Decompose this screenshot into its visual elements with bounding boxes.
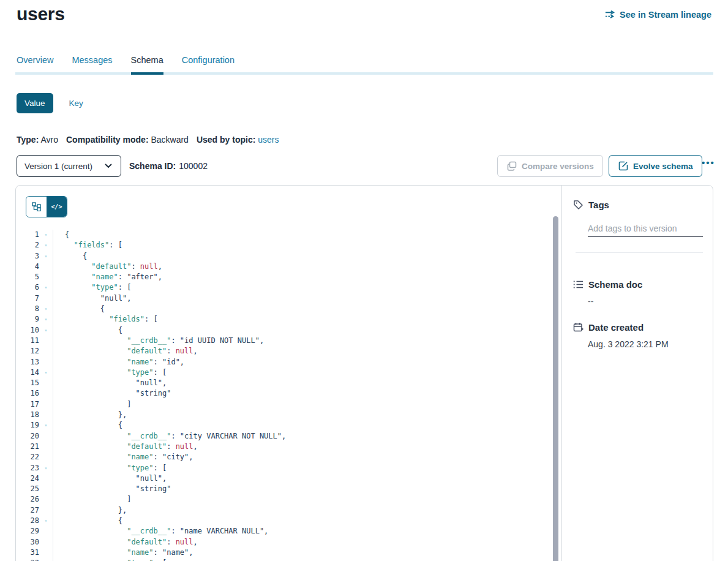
- code-line: 4 "default": null,: [16, 262, 561, 272]
- code-line: 3▾ {: [16, 251, 561, 262]
- tags-section: Tags: [562, 186, 713, 253]
- stream-lineage-link[interactable]: See in Stream lineage: [605, 9, 711, 20]
- type-value: Avro: [40, 135, 58, 145]
- line-number: 27: [16, 505, 39, 516]
- line-number: 29: [16, 526, 39, 537]
- code-line: 19▾ {: [16, 420, 561, 431]
- fold-caret-empty: [39, 262, 53, 272]
- fold-caret-empty: [39, 494, 53, 505]
- schema-card: </> 1▾{2▾ "fields": [3▾ {4 "default": nu…: [15, 185, 713, 561]
- code-text: "fields": [: [53, 314, 158, 325]
- line-number: 19: [16, 420, 39, 431]
- schema-doc-section: Schema doc --: [562, 253, 713, 306]
- tab-schema[interactable]: Schema: [131, 55, 163, 73]
- meta-topic: Used by topic: users: [197, 135, 279, 145]
- fold-caret-icon[interactable]: ▾: [39, 282, 53, 293]
- page-title: users: [17, 4, 65, 24]
- code-line: 25 "string": [16, 484, 561, 494]
- line-number: 17: [16, 399, 39, 410]
- fold-caret-icon[interactable]: ▾: [39, 516, 53, 526]
- fold-caret-icon[interactable]: ▾: [39, 558, 53, 561]
- fold-caret-icon[interactable]: ▾: [39, 463, 53, 473]
- fold-caret-icon[interactable]: ▾: [39, 251, 53, 262]
- schema-doc-value: --: [562, 296, 713, 306]
- tab-label: Messages: [72, 55, 112, 65]
- value-tab-button[interactable]: Value: [17, 93, 53, 113]
- code-text: ]: [53, 494, 131, 505]
- code-line: 30 "default": null,: [16, 537, 561, 548]
- more-options-button[interactable]: •••: [702, 157, 715, 168]
- tag-icon: [573, 200, 584, 210]
- code-text: "type": [: [53, 367, 167, 378]
- code-text: {: [53, 420, 122, 431]
- tree-view-button[interactable]: [26, 197, 47, 217]
- code-text: {: [53, 325, 122, 336]
- schema-id-label: Schema ID:: [129, 161, 176, 171]
- fold-caret-empty: [39, 293, 53, 304]
- code-line: 17 ]: [16, 399, 561, 410]
- compatibility-label: Compatibility mode:: [66, 135, 149, 145]
- code-line: 10▾ {: [16, 325, 561, 336]
- code-text: "type": [: [53, 558, 167, 561]
- version-select[interactable]: Version 1 (current): [17, 155, 121, 177]
- code-line: 18 },: [16, 410, 561, 420]
- fold-caret-icon[interactable]: ▾: [39, 367, 53, 378]
- key-tab-button[interactable]: Key: [69, 99, 83, 108]
- code-line: 12 "default": null,: [16, 346, 561, 356]
- line-number: 12: [16, 346, 39, 356]
- code-lines: 1▾{2▾ "fields": [3▾ {4 "default": null,5…: [16, 230, 561, 561]
- line-number: 16: [16, 388, 39, 399]
- versions-icon: [506, 161, 517, 171]
- code-line: 1▾{: [16, 230, 561, 240]
- schema-doc-title: Schema doc: [588, 279, 642, 290]
- code-line: 5 "name": "after",: [16, 272, 561, 282]
- code-text: "type": [: [53, 282, 131, 293]
- code-line: 8▾ {: [16, 304, 561, 314]
- fold-caret-empty: [39, 272, 53, 282]
- schema-meta-row: Type: Avro Compatibility mode: Backward …: [17, 135, 279, 145]
- code-view-button[interactable]: </>: [47, 197, 67, 217]
- line-number: 6: [16, 282, 39, 293]
- evolve-schema-label: Evolve schema: [633, 162, 693, 171]
- code-text: "default": null,: [53, 262, 162, 272]
- fold-caret-icon[interactable]: ▾: [39, 420, 53, 431]
- date-created-section: Date created Aug. 3 2022 3:21 PM: [562, 306, 713, 349]
- code-line: 14▾ "type": [: [16, 367, 561, 378]
- tags-input[interactable]: [588, 222, 703, 237]
- code-text: ]: [53, 399, 131, 410]
- date-created-value: Aug. 3 2022 3:21 PM: [562, 339, 713, 349]
- fold-caret-icon[interactable]: ▾: [39, 325, 53, 336]
- code-text: "null",: [53, 473, 167, 484]
- code-line: 20 "__crdb__": "city VARCHAR NOT NULL",: [16, 431, 561, 442]
- code-text: "type": [: [53, 463, 167, 473]
- line-number: 23: [16, 463, 39, 473]
- chevron-down-icon: [103, 161, 113, 171]
- evolve-schema-button[interactable]: Evolve schema: [609, 155, 702, 177]
- editor-scrollbar[interactable]: [553, 216, 558, 561]
- tab-messages[interactable]: Messages: [72, 55, 112, 73]
- fold-caret-empty: [39, 548, 53, 558]
- code-text: "name": "name",: [53, 548, 193, 558]
- code-text: },: [53, 410, 127, 420]
- topic-link[interactable]: users: [258, 135, 279, 145]
- code-text: {: [53, 230, 69, 240]
- fold-caret-icon[interactable]: ▾: [39, 304, 53, 314]
- code-text: "default": null,: [53, 442, 198, 452]
- fold-caret-icon[interactable]: ▾: [39, 240, 53, 250]
- code-text: "default": null,: [53, 346, 198, 356]
- line-number: 14: [16, 367, 39, 378]
- fold-caret-icon[interactable]: ▾: [39, 230, 53, 240]
- tab-configuration[interactable]: Configuration: [182, 55, 235, 73]
- tab-overview[interactable]: Overview: [17, 55, 53, 73]
- compare-versions-button[interactable]: Compare versions: [497, 155, 603, 177]
- code-line: 22 "name": "city",: [16, 452, 561, 462]
- code-line: 13 "name": "id",: [16, 357, 561, 367]
- code-text: "__crdb__": "city VARCHAR NOT NULL",: [53, 431, 286, 442]
- meta-compatibility: Compatibility mode: Backward: [66, 135, 189, 145]
- fold-caret-icon[interactable]: ▾: [39, 314, 53, 325]
- tab-bar: OverviewMessagesSchemaConfiguration: [17, 55, 235, 73]
- tab-label: Configuration: [182, 55, 235, 65]
- line-number: 13: [16, 357, 39, 367]
- code-text: "__crdb__": "name VARCHAR NULL",: [53, 526, 268, 537]
- line-number: 25: [16, 484, 39, 494]
